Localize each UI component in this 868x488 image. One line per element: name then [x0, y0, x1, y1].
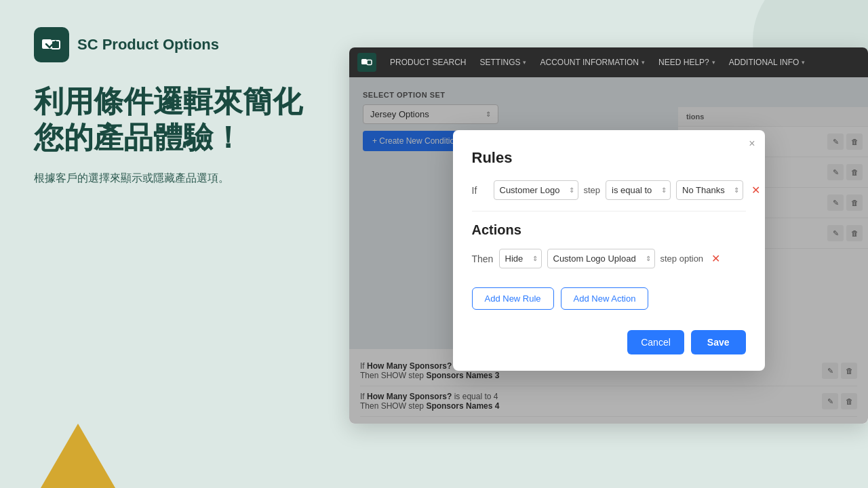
add-new-action-button[interactable]: Add New Action — [561, 287, 649, 310]
hero-subtitle: 根據客戶的選擇來顯示或隱藏產品選項。 — [34, 169, 312, 187]
operator-select[interactable]: is equal to — [606, 180, 671, 200]
nav-items: PRODUCT SEARCH SETTINGS ▾ ACCOUNT INFORM… — [390, 58, 805, 67]
save-button[interactable]: Save — [691, 330, 746, 354]
brand-name: SC Product Options — [77, 36, 219, 54]
modal-footer: Cancel Save — [472, 323, 746, 354]
app-logo-icon — [357, 53, 376, 72]
svg-rect-3 — [367, 60, 372, 65]
nav-help[interactable]: NEED HELP? ▾ — [658, 58, 715, 67]
add-new-rule-button[interactable]: Add New Rule — [472, 287, 554, 310]
nav-additional[interactable]: ADDITIONAL INFO ▾ — [729, 58, 806, 67]
modal-close-icon[interactable]: × — [749, 138, 755, 149]
nav-bar: PRODUCT SEARCH SETTINGS ▾ ACCOUNT INFORM… — [349, 47, 868, 77]
svg-rect-2 — [361, 59, 367, 64]
if-label: If — [472, 185, 488, 196]
help-chevron-icon: ▾ — [712, 59, 715, 66]
add-buttons-row: Add New Rule Add New Action — [472, 287, 746, 310]
modal-overlay: × Rules If Customer Logo step is equal t… — [349, 77, 868, 424]
app-content: SELECT OPTION SET Jersey Options ⇕ + Cre… — [349, 77, 868, 424]
actions-title: Actions — [472, 222, 746, 238]
if-condition-row: If Customer Logo step is equal to — [472, 180, 746, 200]
nav-product-search[interactable]: PRODUCT SEARCH — [390, 58, 466, 67]
remove-action-icon[interactable]: ✕ — [709, 251, 723, 266]
step-option-label: step option — [660, 253, 704, 264]
condition-step-select-wrap: Customer Logo — [494, 180, 578, 200]
step-select-wrap: Custom Logo Upload — [547, 249, 655, 268]
action-select[interactable]: Hide — [499, 249, 542, 268]
rules-modal: × Rules If Customer Logo step is equal t… — [453, 130, 765, 371]
step-label: step — [584, 185, 601, 195]
settings-chevron-icon: ▾ — [523, 59, 526, 66]
modal-title: Rules — [472, 149, 746, 167]
step-select[interactable]: Custom Logo Upload — [547, 249, 655, 268]
additional-chevron-icon: ▾ — [802, 59, 805, 66]
value-select[interactable]: No Thanks — [676, 180, 743, 200]
cancel-button[interactable]: Cancel — [627, 330, 684, 354]
condition-step-select[interactable]: Customer Logo — [494, 180, 578, 200]
nav-settings[interactable]: SETTINGS ▾ — [479, 58, 526, 67]
then-label: Then — [472, 253, 494, 264]
remove-rule-icon[interactable]: ✕ — [749, 182, 763, 198]
brand-logo-icon — [34, 27, 69, 62]
action-select-wrap: Hide — [499, 249, 542, 268]
value-select-wrap: No Thanks — [676, 180, 743, 200]
account-chevron-icon: ▾ — [642, 59, 645, 66]
left-panel: SC Product Options 利用條件邏輯來簡化您的產品體驗！ 根據客戶… — [0, 0, 346, 488]
divider — [472, 211, 746, 211]
brand-row: SC Product Options — [34, 27, 312, 62]
browser-window: PRODUCT SEARCH SETTINGS ▾ ACCOUNT INFORM… — [349, 47, 868, 424]
nav-account[interactable]: ACCOUNT INFORMATION ▾ — [540, 58, 645, 67]
operator-select-wrap: is equal to — [606, 180, 671, 200]
hero-title: 利用條件邏輯來簡化您的產品體驗！ — [34, 84, 312, 156]
triangle-decoration — [41, 424, 115, 488]
then-action-row: Then Hide Custom Logo Upload step option… — [472, 249, 746, 268]
